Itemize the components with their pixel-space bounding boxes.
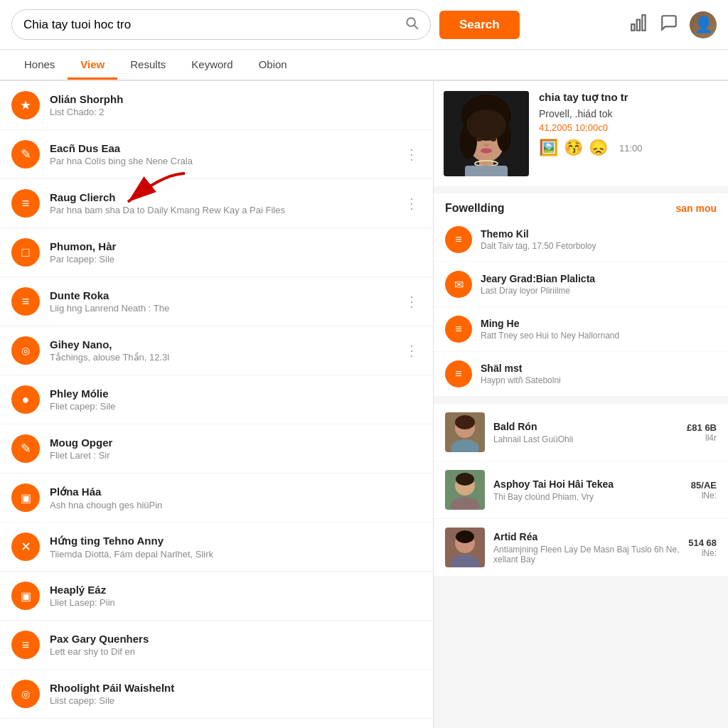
search-icon-button[interactable] [405,16,419,33]
header: Search 👤 [0,0,728,50]
people-sub: Antiamjning Fleen Lay De Masn Baj Tuslo … [493,545,688,564]
tab-hones[interactable]: Hones [11,51,68,80]
tab-results[interactable]: Results [117,51,178,80]
right-panel: chia tay tuợ tno tr Provell, .hiád tok 4… [434,81,728,728]
item-content: Moug Opger Fliet Laret : Sir [50,437,422,461]
svg-rect-18 [465,166,508,176]
list-item[interactable]: □ Phumon, Hàr Par lcapep: Sile [0,228,433,277]
more-icon[interactable]: ⋮ [402,146,422,163]
people-stat2: ll4r [687,433,717,443]
list-item[interactable]: ≡ Raug Clierch Par hna bam sha Da to Dai… [0,179,433,228]
avatar[interactable]: 👤 [690,11,717,38]
following-item[interactable]: ≡ Ming He Ratt Tney seo Hui to Ney Hallo… [434,307,728,352]
featured-meta: 41,2005 10;00c0 [539,122,718,133]
list-item[interactable]: ● Phley Mólie Fliet capep: Sile [0,375,433,424]
item-title: Eacñ Dus Eaa [50,142,402,154]
item-subtitle: Fliet capep: Sile [50,401,422,412]
item-title: Rhoolight Páil Waishelnt [50,682,422,694]
people-card-2[interactable]: Artid Réa Antiamjning Fleen Lay De Masn … [434,519,728,577]
left-panel: ★ Olián Shorphh List Chado: 2 ✎ Eacñ Dus… [0,81,434,728]
bar-chart-icon[interactable] [630,14,648,36]
item-content: Plớna Háa Ash hna chough ges hiüPin [50,486,422,510]
item-icon-x: ✕ [11,532,40,561]
featured-subtitle: Provell, .hiád tok [539,108,718,119]
following-item[interactable]: ≡ Shäl mst Haypn witñ Satebolni [434,352,728,397]
people-sub: Thi Bay cloünd Phiam, Vry [493,492,691,502]
svg-rect-4 [642,15,645,31]
people-info: Asphoy Tai Hoi Hâi Tekea Thi Bay cloünd … [493,478,691,502]
following-sub: Ratt Tney seo Hui to Ney Hallornand [481,331,717,341]
item-title: Heaplý Eáz [50,584,422,596]
following-icon: ≡ [445,316,472,343]
item-icon-list3: ≡ [11,631,40,659]
item-subtitle: Liist capep: Sile [50,695,422,706]
item-subtitle: Lliet Lasep: Piin [50,597,422,608]
item-title: Phley Mólie [50,387,422,400]
list-item[interactable]: ✕ Hứng ting Tehno Anny Tiiemda Diottá, F… [0,523,433,572]
people-card-1[interactable]: Asphoy Tai Hoi Hâi Tekea Thi Bay cloünd … [434,461,728,519]
following-content: Ming He Ratt Tney seo Hui to Ney Hallorn… [481,318,717,341]
people-stats: 514 68 lNe: [688,537,717,558]
item-icon-circle: ◎ [11,336,40,365]
section-title: Fowellding [445,202,505,215]
people-stat2: lNe: [688,548,717,558]
following-name: Jeary Grad:Bian Plalicta [481,273,717,284]
item-content: Hứng ting Tehno Anny Tiiemda Diottá, Fám… [50,535,422,560]
svg-point-15 [484,144,488,146]
featured-title: chia tay tuợ tno tr [539,91,718,104]
list-item[interactable]: ≡ Dunte Roka Liig hng Lanrend Neath : Th… [0,277,433,326]
people-info: Artid Réa Antiamjning Fleen Lay De Masn … [493,531,688,564]
people-thumb-1 [445,470,485,510]
following-sub: Haypn witñ Satebolni [481,375,717,385]
item-icon-circle2: ◎ [11,680,40,708]
item-icon-star: ★ [11,91,40,119]
people-stat: 85/AE [691,480,717,491]
list-item[interactable]: ✎ Eacñ Dus Eaa Par hna Colís bing she Ne… [0,130,433,179]
people-stat: £81 6B [687,422,717,433]
tab-obion[interactable]: Obion [246,51,300,80]
following-icon: ✉ [445,271,472,298]
item-subtitle: Tiiemda Diottá, Fám depal Narlhet, Slirk [50,549,422,560]
list-item[interactable]: ★ Olián Shorphh List Chado: 2 [0,81,433,130]
list-item[interactable]: ▣ Heaplý Eáz Lliet Lasep: Piin [0,572,433,621]
list-item[interactable]: ◎ Gihey Nano, Tắchings, alouse Thần, 12.… [0,326,433,375]
featured-card[interactable]: chia tay tuợ tno tr Provell, .hiád tok 4… [434,81,728,186]
item-content: Phley Mólie Fliet capep: Sile [50,387,422,412]
following-sub: Dalt Taiv tag, 17.50 Fetorboloy [481,241,717,251]
item-subtitle: Fliet Laret : Sir [50,450,422,461]
more-icon[interactable]: ⋮ [402,195,422,212]
following-content: Shäl mst Haypn witñ Satebolni [481,363,717,385]
list-item[interactable]: ✉ Bascáur Haügwht Fliet Laser 3 [0,719,433,728]
list-item[interactable]: ◎ Rhoolight Páil Waishelnt Liist capep: … [0,670,433,719]
chat-icon[interactable] [660,14,678,36]
svg-point-14 [491,137,496,141]
following-name: Ming He [481,318,717,329]
featured-time: 11:00 [619,143,643,154]
list-item[interactable]: ▣ Plớna Háa Ash hna chough ges hiüPin [0,473,433,523]
tab-view[interactable]: View [68,51,117,80]
following-item[interactable]: ✉ Jeary Grad:Bian Plalicta Last Dray loy… [434,262,728,307]
list-item[interactable]: ✎ Moug Opger Fliet Laret : Sir [0,424,433,473]
svg-line-1 [414,26,418,29]
svg-point-22 [455,415,475,429]
item-icon-grid2: ▣ [11,582,40,610]
more-icon[interactable]: ⋮ [402,342,422,359]
item-subtitle: Par hna Colís bing she Nene Crala [50,156,402,166]
people-name: Artid Réa [493,531,688,542]
item-title: Plớna Háa [50,486,422,498]
following-content: Themo Kil Dalt Taiv tag, 17.50 Fetorbolo… [481,228,717,251]
people-card-0[interactable]: Bald Rón Lahnail Last GuüOhii £81 6B ll4… [434,404,728,461]
following-item[interactable]: ≡ Themo Kil Dalt Taiv tag, 17.50 Fetorbo… [434,218,728,262]
people-info: Bald Rón Lahnail Last GuüOhii [493,421,687,444]
search-box[interactable] [11,9,431,40]
tab-keyword[interactable]: Keyword [178,51,245,80]
item-subtitle: Lett ear shy to Dif en [50,646,422,657]
search-button[interactable]: Search [439,11,520,39]
search-input[interactable] [23,18,405,32]
people-stat2: lNe: [691,491,717,500]
section-tab-active[interactable]: san mou [675,203,717,214]
list-item[interactable]: ≡ Pax Gary Quenhers Lett ear shy to Dif … [0,621,433,670]
more-icon[interactable]: ⋮ [402,293,422,310]
people-stats: £81 6B ll4r [687,422,717,443]
section-header: Fowellding san mou [434,193,728,218]
